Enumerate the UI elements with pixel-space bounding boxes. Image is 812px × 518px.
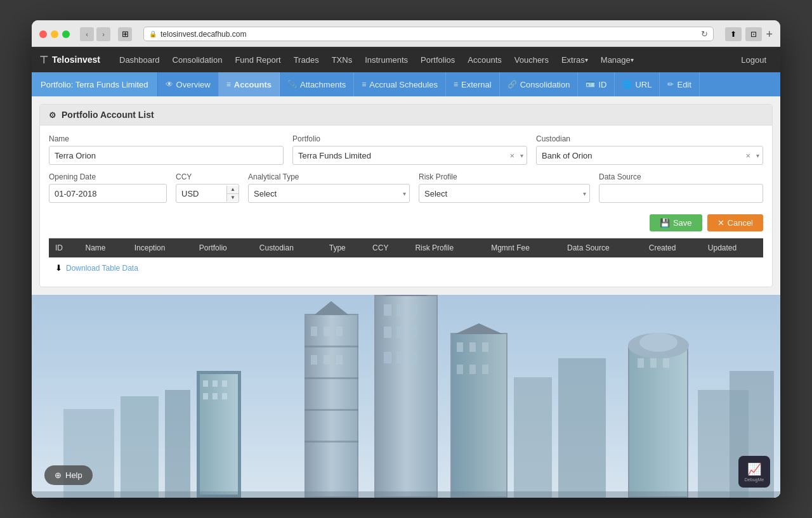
- tab-external[interactable]: ≡ External: [446, 72, 500, 96]
- svg-rect-41: [469, 342, 476, 352]
- portfolio-label: Portfolio: [292, 134, 527, 143]
- svg-rect-9: [203, 393, 208, 399]
- save-button[interactable]: 💾 Save: [650, 214, 702, 231]
- close-traffic-light[interactable]: [39, 30, 47, 38]
- download-link[interactable]: Download Table Data: [66, 264, 138, 273]
- svg-rect-29: [396, 304, 404, 316]
- svg-rect-5: [200, 374, 238, 495]
- portfolio-clear-button[interactable]: ×: [509, 152, 514, 160]
- cancel-icon: ✕: [717, 218, 724, 228]
- tab-accrual-schedules[interactable]: ≡ Accrual Schedules: [354, 72, 446, 96]
- city-skyline: [32, 295, 780, 498]
- debugme-badge[interactable]: 📈 DebugMe: [738, 456, 770, 488]
- analytical-type-label: Analytical Type: [248, 172, 410, 181]
- col-ccy: CCY: [366, 238, 409, 257]
- custodian-input[interactable]: [536, 146, 763, 165]
- col-data-source: Data Source: [561, 238, 643, 257]
- svg-rect-2: [121, 396, 159, 498]
- data-source-input[interactable]: [599, 184, 763, 203]
- nav-item-portfolios[interactable]: Portfolios: [414, 47, 461, 72]
- attachments-icon: 📎: [287, 80, 297, 89]
- opening-date-label: Opening Date: [49, 172, 167, 181]
- form-row-2: Opening Date CCY USD ▲ ▼: [49, 172, 763, 203]
- ccy-down-button[interactable]: ▼: [227, 194, 239, 202]
- tab-bar: Portfolio: Terra Funds Limited 👁 Overvie…: [32, 72, 780, 96]
- tab-url[interactable]: 🌐 URL: [615, 72, 660, 96]
- risk-profile-wrapper: Select ▾: [419, 184, 590, 203]
- nav-item-trades[interactable]: Trades: [287, 47, 325, 72]
- share-button[interactable]: ⬆: [725, 27, 742, 41]
- nav-item-logout[interactable]: Logout: [735, 47, 773, 72]
- sidebar-button[interactable]: ⊡: [745, 27, 762, 41]
- svg-rect-54: [558, 358, 606, 498]
- nav-item-extras[interactable]: Extras: [555, 47, 594, 72]
- nav-item-fund-report[interactable]: Fund Report: [228, 47, 287, 72]
- opening-date-input[interactable]: [49, 184, 167, 203]
- url-icon: 🌐: [622, 80, 632, 89]
- tab-id[interactable]: 🪪 ID: [578, 72, 615, 96]
- help-button[interactable]: ⊕ Help: [44, 465, 93, 485]
- tab-overview[interactable]: 👁 Overview: [158, 72, 219, 96]
- panel-header: ⚙ Portfolio Account List: [40, 105, 772, 126]
- tab-edit[interactable]: ✏ Edit: [660, 72, 699, 96]
- svg-rect-10: [213, 393, 218, 399]
- analytical-type-select[interactable]: Select: [248, 184, 410, 203]
- tab-accounts[interactable]: ≡ Accounts: [219, 72, 280, 96]
- nav-item-instruments[interactable]: Instruments: [358, 47, 414, 72]
- portfolio-input[interactable]: [292, 146, 527, 165]
- form-group-opening-date: Opening Date: [49, 172, 167, 203]
- logo-icon: ⊤: [39, 54, 48, 66]
- ccy-buttons: ▲ ▼: [226, 186, 239, 202]
- nav-item-txns[interactable]: TXNs: [325, 47, 359, 72]
- ccy-value: USD: [176, 186, 226, 202]
- cancel-button[interactable]: ✕ Cancel: [707, 214, 763, 231]
- nav-item-vouchers[interactable]: Vouchers: [508, 47, 555, 72]
- url-input[interactable]: [160, 30, 697, 39]
- svg-rect-28: [384, 304, 391, 316]
- svg-rect-35: [396, 352, 404, 363]
- ccy-up-button[interactable]: ▲: [227, 186, 239, 194]
- svg-rect-30: [409, 304, 417, 316]
- risk-profile-select[interactable]: Select: [419, 184, 590, 203]
- svg-rect-50: [638, 358, 644, 368]
- tab-attachments[interactable]: 📎 Attachments: [280, 72, 354, 96]
- nav-item-accounts[interactable]: Accounts: [461, 47, 508, 72]
- col-custodian: Custodian: [253, 238, 323, 257]
- external-icon: ≡: [454, 80, 458, 89]
- svg-rect-36: [409, 352, 417, 363]
- svg-rect-42: [482, 342, 488, 352]
- svg-rect-40: [457, 342, 463, 352]
- portfolio-select-wrapper: × ▾: [292, 146, 527, 165]
- back-button[interactable]: ‹: [80, 27, 94, 41]
- svg-rect-21: [336, 327, 343, 336]
- form-group-ccy: CCY USD ▲ ▼: [176, 172, 239, 203]
- forward-button[interactable]: ›: [96, 27, 110, 41]
- address-bar: 🔒 ↻: [143, 27, 714, 41]
- custodian-clear-button[interactable]: ×: [745, 152, 750, 160]
- maximize-traffic-light[interactable]: [62, 30, 70, 38]
- nav-item-manage[interactable]: Manage: [594, 47, 640, 72]
- form-group-name: Name: [49, 134, 284, 165]
- new-tab-button[interactable]: +: [766, 29, 773, 40]
- minimize-traffic-light[interactable]: [51, 30, 58, 38]
- nav-item-dashboard[interactable]: Dashboard: [113, 47, 166, 72]
- ccy-label: CCY: [176, 172, 239, 181]
- name-input[interactable]: [49, 146, 284, 165]
- portfolio-label: Portfolio: Terra Funds Limited: [32, 72, 158, 96]
- edit-icon: ✏: [667, 80, 674, 89]
- reload-button[interactable]: ↻: [701, 29, 708, 39]
- form-group-analytical-type: Analytical Type Select ▾: [248, 172, 410, 203]
- svg-rect-26: [376, 296, 436, 496]
- svg-rect-16: [304, 377, 358, 379]
- browser-actions: ⬆ ⊡ +: [725, 27, 773, 41]
- reader-view-button[interactable]: ⊞: [118, 27, 132, 41]
- svg-rect-53: [514, 377, 552, 498]
- col-name: Name: [79, 238, 128, 257]
- svg-rect-51: [650, 358, 657, 368]
- form-group-portfolio: Portfolio × ▾: [292, 134, 527, 165]
- tab-consolidation[interactable]: 🔗 Consolidation: [500, 72, 579, 96]
- nav-item-consolidation[interactable]: Consolidation: [166, 47, 229, 72]
- nav-arrows: ‹ ›: [80, 27, 110, 41]
- download-icon: ⬇: [55, 263, 62, 273]
- debugme-icon: 📈: [747, 462, 761, 476]
